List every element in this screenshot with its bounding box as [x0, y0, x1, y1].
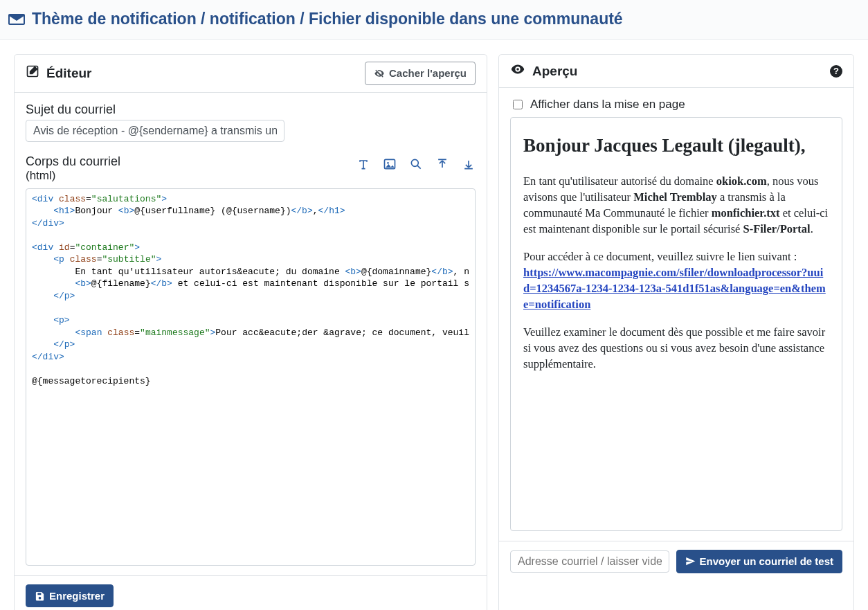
preview-link[interactable]: https://www.macompagnie.com/sfiler/downl…: [523, 266, 826, 311]
preview-greeting: Bonjour Jacques Legault (jlegault),: [523, 133, 829, 159]
code-editor[interactable]: <div class="salutations"> <h1>Bonjour <b…: [26, 188, 476, 566]
svg-point-3: [411, 159, 418, 166]
show-in-layout-checkbox[interactable]: [513, 100, 523, 109]
editor-toolbar: [356, 154, 476, 171]
body-label: Corps du courriel: [26, 154, 120, 168]
help-icon[interactable]: ?: [830, 65, 842, 78]
send-test-button[interactable]: Envoyer un courriel de test: [676, 550, 842, 573]
show-in-layout-row[interactable]: Afficher dans la mise en page: [510, 98, 842, 111]
breadcrumb: Thème de notification / notification / F…: [32, 10, 623, 28]
preview-paragraph-2: Pour accéder à ce document, veuillez sui…: [523, 249, 829, 312]
preview-title: Aperçu: [532, 64, 577, 79]
image-icon[interactable]: [383, 157, 397, 171]
subject-input[interactable]: [26, 120, 284, 142]
body-format: (html): [26, 169, 55, 182]
download-icon[interactable]: [462, 157, 476, 171]
upload-icon[interactable]: [435, 157, 449, 171]
save-icon: [35, 591, 45, 601]
search-icon[interactable]: [409, 157, 423, 171]
envelope-icon: [8, 12, 25, 27]
eye-icon: [510, 62, 525, 80]
save-button[interactable]: Enregistrer: [26, 584, 114, 608]
svg-point-2: [387, 162, 389, 164]
preview-paragraph-3: Veuillez examiner le document dès que po…: [523, 324, 829, 372]
text-icon[interactable]: [356, 157, 370, 171]
preview-paragraph-1: En tant qu'utilisateur autorisé du domai…: [523, 173, 829, 237]
test-email-input[interactable]: [510, 550, 669, 573]
editor-card: Éditeur Cacher l'aperçu Sujet du courrie…: [14, 54, 487, 610]
hide-preview-button[interactable]: Cacher l'aperçu: [365, 62, 476, 85]
pencil-square-icon: [26, 64, 39, 82]
page-header: Thème de notification / notification / F…: [0, 0, 868, 40]
eye-slash-icon: [374, 68, 385, 79]
preview-card: Aperçu ? Afficher dans la mise en page B…: [498, 54, 854, 610]
subject-label: Sujet du courriel: [26, 102, 476, 117]
editor-title: Éditeur: [46, 66, 91, 81]
paper-plane-icon: [685, 556, 696, 566]
preview-pane: Bonjour Jacques Legault (jlegault), En t…: [510, 117, 842, 531]
